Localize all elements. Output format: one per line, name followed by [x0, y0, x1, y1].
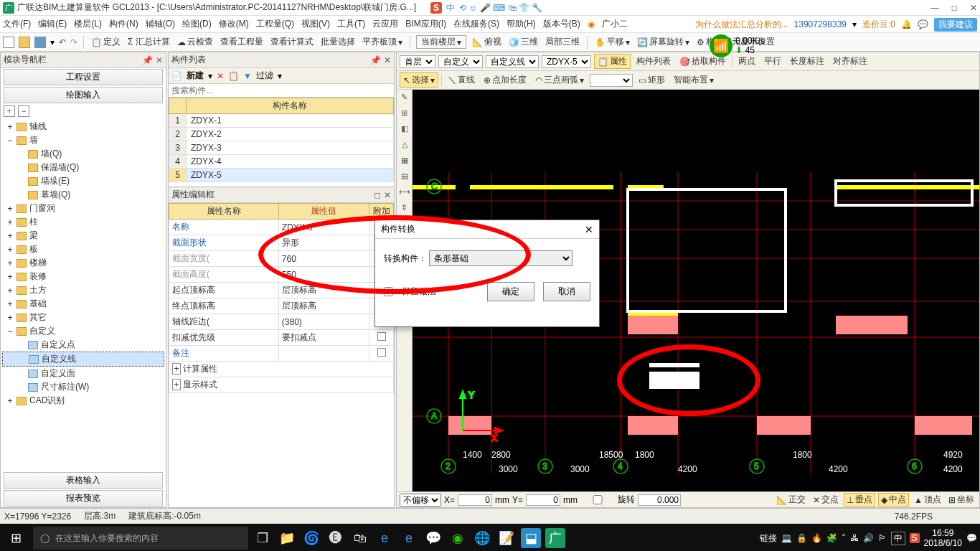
ortho-button[interactable]: 📐正交: [774, 494, 808, 506]
cloud-check-button[interactable]: ☁云检查: [176, 36, 215, 48]
rotate-checkbox[interactable]: [580, 495, 615, 504]
redo-icon[interactable]: ↷: [70, 37, 77, 47]
start-button[interactable]: ⊞: [3, 525, 29, 551]
tree-item[interactable]: +土方: [2, 283, 164, 297]
taskbar-search[interactable]: ◯ 在这里输入你要搜索的内容: [33, 527, 248, 550]
open-icon[interactable]: [19, 37, 30, 48]
bell-icon[interactable]: 🔔: [901, 19, 912, 29]
undo-icon[interactable]: ↶: [59, 37, 66, 47]
tool-5-icon[interactable]: ▦: [398, 156, 411, 169]
tree-item[interactable]: −自定义: [2, 324, 164, 338]
component-row[interactable]: 1ZDYX-1: [169, 114, 394, 128]
tree-item[interactable]: +其它: [2, 311, 164, 324]
perp-button[interactable]: ⊥垂点: [844, 493, 875, 507]
tree-item[interactable]: +板: [2, 242, 164, 256]
360-icon[interactable]: ◉: [448, 528, 468, 548]
new-button[interactable]: 新建: [187, 70, 204, 82]
spiral-icon[interactable]: 🌀: [301, 528, 321, 548]
menu-tools[interactable]: 工具(T): [337, 18, 365, 30]
tray-icon-3[interactable]: 🔥: [811, 533, 822, 543]
tool-6-icon[interactable]: ▤: [398, 171, 411, 184]
store-icon[interactable]: 🛍: [350, 528, 370, 548]
tray-ime[interactable]: 中: [891, 532, 905, 545]
property-row[interactable]: 备注: [169, 346, 394, 362]
menu-modify[interactable]: 修改(M): [219, 18, 249, 30]
expand-all-button[interactable]: +: [4, 105, 15, 117]
three-point-arc-button[interactable]: ◠三点画弧▾: [532, 73, 587, 87]
component-row[interactable]: 2ZDYX-2: [169, 128, 394, 141]
tool-pen-icon[interactable]: ✎: [398, 93, 411, 105]
tool-grid-icon[interactable]: ⊞: [398, 108, 411, 121]
convert-select[interactable]: 条形基础: [429, 250, 573, 266]
view-formula-button[interactable]: 查看计算式: [269, 36, 315, 48]
property-row[interactable]: 截面宽度(760: [169, 251, 394, 267]
tray-expand-icon[interactable]: ˄: [842, 533, 846, 543]
intersect-button[interactable]: ✕交点: [811, 494, 841, 506]
filter-icon[interactable]: ▼: [243, 71, 252, 81]
cancel-button[interactable]: 取消: [543, 282, 590, 301]
tree-item[interactable]: +柱: [2, 215, 164, 229]
view-qty-button[interactable]: 查看工程量: [219, 36, 265, 48]
property-row[interactable]: 截面高度(550: [169, 267, 394, 283]
ie-icon[interactable]: e: [399, 528, 419, 548]
property-row[interactable]: 起点顶标高层顶标高: [169, 283, 394, 298]
property-button[interactable]: 📋属性: [594, 54, 631, 69]
vertex-button[interactable]: ▲顶点: [912, 494, 943, 506]
close-panel-icon[interactable]: ✕: [384, 55, 391, 65]
tree-item[interactable]: +基础: [2, 297, 164, 311]
menu-aux[interactable]: 辅轴(O): [146, 18, 175, 30]
tool-8-icon[interactable]: ⇕: [398, 203, 411, 216]
ime-tools[interactable]: ⟲ ☺ 🎤 ⌨ 🛍 👕 🔧: [459, 3, 542, 13]
smart-layout-button[interactable]: 智能布置▾: [671, 73, 717, 87]
tree-item[interactable]: 墙垛(E): [2, 174, 164, 188]
wechat-icon[interactable]: 💬: [423, 528, 443, 548]
define-button[interactable]: 📋定义: [90, 36, 122, 48]
tree-item[interactable]: +轴线: [2, 120, 164, 133]
tree-item[interactable]: 保温墙(Q): [2, 161, 164, 174]
dropdown-icon[interactable]: ▾: [852, 19, 857, 29]
menu-draw[interactable]: 绘图(D): [182, 18, 212, 30]
x-input[interactable]: [458, 494, 492, 506]
tree-item[interactable]: +楼梯: [2, 256, 164, 270]
tree-item[interactable]: −墙: [2, 133, 164, 147]
flat-slab-button[interactable]: 平齐板顶▾: [361, 36, 404, 48]
tray-flag-icon[interactable]: 🏳: [878, 533, 887, 543]
property-row[interactable]: 终点顶标高层顶标高: [169, 298, 394, 314]
offset-mode-select[interactable]: 不偏移: [400, 494, 441, 507]
ime-zhong[interactable]: 中: [446, 2, 455, 14]
menu-cloud[interactable]: 云应用: [372, 18, 398, 30]
tree-item[interactable]: 墙(Q): [2, 147, 164, 161]
ok-button[interactable]: 确定: [487, 282, 534, 301]
sum-button[interactable]: Σ 汇总计算: [126, 36, 171, 48]
news-text[interactable]: 为什么做法汇总分析的...: [695, 19, 788, 31]
pin-icon[interactable]: 📌: [370, 55, 381, 65]
pin-icon[interactable]: 📌: [142, 55, 153, 65]
engineering-settings-button[interactable]: 工程设置: [4, 69, 163, 85]
menu-quantity[interactable]: 工程量(Q): [256, 18, 294, 30]
tray-sogou-icon[interactable]: S: [910, 533, 920, 543]
browser-icon[interactable]: 🌐: [472, 528, 492, 548]
dialog-close-button[interactable]: ✕: [585, 224, 593, 235]
tool-mirror-icon[interactable]: △: [398, 140, 411, 153]
tool-7-icon[interactable]: ⟷: [398, 187, 411, 200]
top-view-button[interactable]: 📐俯视: [471, 36, 503, 48]
app1-icon[interactable]: ⬓: [521, 528, 541, 548]
y-input[interactable]: [526, 494, 560, 506]
tree-item[interactable]: 尺寸标注(W): [2, 380, 164, 394]
menu-assistant[interactable]: 广小二: [602, 18, 628, 30]
gcl-icon[interactable]: 广: [545, 528, 565, 548]
keep-method-checkbox[interactable]: [384, 287, 393, 296]
tree-item[interactable]: +门窗洞: [2, 202, 164, 215]
length-dim-button[interactable]: 长度标注: [787, 55, 827, 68]
maximize-button[interactable]: □: [952, 3, 957, 13]
component-table[interactable]: 构件名称 1ZDYX-12ZDYX-23ZDYX-34ZDYX-45ZDYX-5: [169, 98, 394, 182]
arc-select[interactable]: [590, 74, 633, 87]
collapse-all-button[interactable]: −: [18, 105, 29, 117]
component-row[interactable]: 5ZDYX-5: [169, 169, 394, 182]
taskbar-clock[interactable]: 16:59 2018/6/10: [924, 528, 962, 549]
property-row[interactable]: 扣减优先级要扣减点: [169, 330, 394, 346]
delete-icon[interactable]: ✕: [217, 71, 224, 81]
table-input-button[interactable]: 表格输入: [4, 472, 163, 489]
3d-button[interactable]: 🧊三维: [507, 36, 540, 48]
sogou-icon[interactable]: S: [430, 2, 442, 14]
